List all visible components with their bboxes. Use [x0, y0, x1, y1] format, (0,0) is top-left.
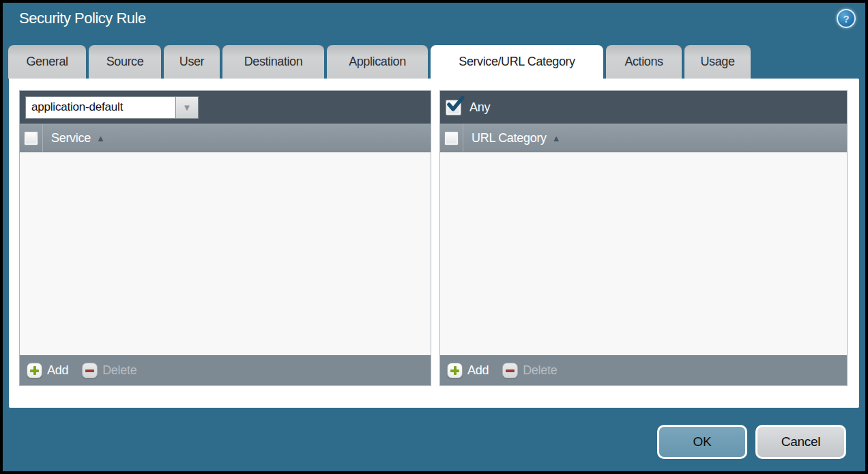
ok-button-label: OK	[693, 434, 712, 449]
cancel-button[interactable]: Cancel	[755, 425, 846, 459]
security-policy-rule-dialog: Security Policy Rule ? General Source Us…	[0, 0, 868, 474]
any-label: Any	[469, 100, 490, 115]
tab-application[interactable]: Application	[327, 45, 428, 79]
service-type-dropdown-button[interactable]: ▼	[175, 96, 199, 119]
url-category-column-label-wrap[interactable]: URL Category ▲	[463, 124, 560, 152]
url-category-column-label: URL Category	[472, 131, 547, 145]
url-category-select-all-checkbox[interactable]	[444, 131, 459, 145]
service-panel-header: ▼	[20, 91, 431, 124]
url-category-panel: Any URL Category ▲ Add Del	[439, 90, 848, 386]
url-category-list[interactable]	[440, 152, 847, 355]
plus-icon	[447, 363, 463, 378]
help-glyph: ?	[843, 13, 849, 25]
cancel-button-label: Cancel	[781, 434, 820, 449]
chevron-down-icon: ▼	[183, 102, 192, 113]
tab-source[interactable]: Source	[89, 45, 161, 79]
service-column-header: Service ▲	[20, 124, 431, 152]
tab-destination[interactable]: Destination	[222, 45, 324, 79]
tab-service-url-category[interactable]: Service/URL Category	[431, 45, 603, 79]
service-add-label: Add	[47, 363, 68, 378]
url-category-select-all-cell	[440, 124, 463, 152]
tab-usage[interactable]: Usage	[684, 45, 751, 79]
service-select-all-cell	[20, 124, 43, 152]
service-delete-button[interactable]: Delete	[82, 363, 136, 378]
dialog-title: Security Policy Rule	[19, 10, 146, 27]
checkmark-icon	[446, 96, 465, 114]
url-category-panel-header: Any	[440, 91, 847, 124]
tab-actions[interactable]: Actions	[606, 45, 682, 79]
service-panel-footer: Add Delete	[20, 355, 431, 385]
url-category-panel-footer: Add Delete	[440, 355, 847, 385]
tab-bar: General Source User Destination Applicat…	[8, 45, 751, 79]
ok-button[interactable]: OK	[657, 425, 747, 459]
url-category-delete-label: Delete	[523, 363, 557, 378]
service-column-label: Service	[51, 131, 91, 145]
url-category-add-button[interactable]: Add	[447, 363, 489, 378]
service-select-all-checkbox[interactable]	[24, 131, 38, 145]
tab-user[interactable]: User	[164, 45, 220, 79]
sort-ascending-icon: ▲	[96, 134, 105, 143]
service-type-input[interactable]	[25, 96, 175, 119]
minus-icon	[502, 363, 518, 378]
plus-icon	[27, 363, 42, 378]
tab-general[interactable]: General	[8, 45, 86, 79]
sort-ascending-icon: ▲	[552, 134, 561, 143]
service-add-button[interactable]: Add	[27, 363, 68, 378]
help-icon[interactable]: ?	[837, 9, 856, 28]
url-category-add-label: Add	[467, 363, 489, 378]
service-type-combobox: ▼	[25, 96, 199, 119]
url-category-column-header: URL Category ▲	[440, 124, 847, 152]
any-checkbox[interactable]	[446, 100, 461, 115]
service-panel: ▼ Service ▲ Add	[19, 90, 431, 386]
url-category-delete-button[interactable]: Delete	[502, 363, 557, 378]
service-delete-label: Delete	[102, 363, 136, 378]
service-list[interactable]	[20, 152, 431, 355]
tab-content-sheet: ▼ Service ▲ Add	[9, 79, 859, 408]
minus-icon	[82, 363, 98, 378]
service-column-label-wrap[interactable]: Service ▲	[43, 124, 105, 152]
